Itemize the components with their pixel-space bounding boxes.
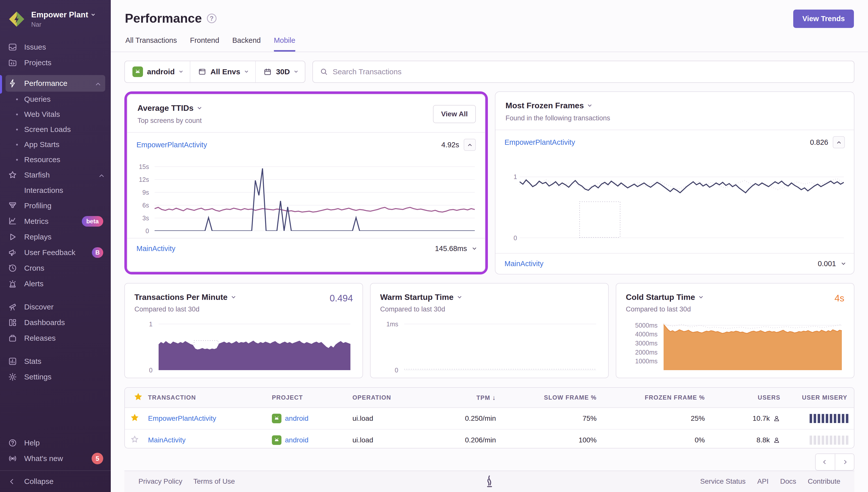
sidebar-item-projects[interactable]: Projects: [0, 55, 111, 71]
docs-link[interactable]: Docs: [780, 477, 796, 486]
siren-icon: [7, 279, 18, 288]
sidebar-item-resources[interactable]: Resources: [0, 152, 111, 167]
col-user-misery[interactable]: USER MISERY: [798, 394, 854, 401]
project-filter[interactable]: android: [125, 61, 190, 82]
table-row: MainActivity android ui.load 0.206/min 1…: [125, 429, 854, 448]
next-page-button[interactable]: [835, 453, 854, 471]
sidebar-item-performance[interactable]: Performance: [5, 75, 105, 92]
broadcast-icon: [7, 454, 18, 463]
replays-icon: [7, 232, 18, 242]
frozen-frames-chart: 10: [519, 154, 854, 253]
performance-icon: [7, 79, 18, 88]
tab-all-transactions[interactable]: All Transactions: [125, 36, 177, 52]
star-toggle[interactable]: [130, 435, 141, 445]
gear-icon: [7, 372, 18, 382]
cold-startup-card: Cold Startup Time Compared to last 30d 4…: [616, 283, 854, 378]
sidebar-item-alerts[interactable]: Alerts: [0, 276, 111, 292]
col-operation[interactable]: OPERATION: [349, 394, 432, 401]
average-ttids-title[interactable]: Average TTIDs: [137, 103, 475, 113]
user-icon: [773, 415, 781, 422]
sidebar-item-settings[interactable]: Settings: [0, 369, 111, 385]
service-status-link[interactable]: Service Status: [700, 477, 746, 486]
sidebar-item-queries[interactable]: Queries: [0, 92, 111, 107]
content-area: android All Envs 30D: [111, 52, 868, 492]
date-range-filter[interactable]: 30D: [255, 61, 305, 82]
privacy-policy-link[interactable]: Privacy Policy: [138, 477, 182, 486]
transaction-link[interactable]: EmpowerPlantActivity: [145, 414, 269, 422]
environment-filter[interactable]: All Envs: [190, 61, 255, 82]
terms-of-use-link[interactable]: Terms of Use: [193, 477, 235, 486]
issues-icon: [7, 43, 18, 52]
sidebar-item-profiling[interactable]: Profiling: [0, 198, 111, 214]
sidebar-item-whats-new[interactable]: What's new 5: [0, 451, 111, 466]
most-frozen-frames-title[interactable]: Most Frozen Frames: [506, 101, 844, 110]
sentry-logo-icon[interactable]: [482, 474, 497, 489]
tpm-chart: 10: [134, 321, 353, 370]
sidebar-item-web-vitals[interactable]: Web Vitals: [0, 107, 111, 122]
contribute-link[interactable]: Contribute: [808, 477, 840, 486]
tab-mobile[interactable]: Mobile: [274, 36, 295, 52]
expand-row-button[interactable]: [473, 247, 476, 250]
sidebar-item-crons[interactable]: Crons: [0, 260, 111, 276]
expand-row-button[interactable]: [842, 262, 845, 265]
bullet-icon: [16, 129, 18, 130]
chevron-down-icon: [699, 295, 703, 299]
chevron-down-icon: [179, 69, 183, 73]
search-box: [312, 61, 854, 83]
warm-startup-title[interactable]: Warm Startup Time: [380, 293, 598, 302]
project-cell[interactable]: android: [269, 435, 349, 445]
transaction-link[interactable]: EmpowerPlantActivity: [505, 138, 575, 147]
sidebar-item-dashboards[interactable]: Dashboards: [0, 315, 111, 330]
tab-frontend[interactable]: Frontend: [190, 36, 219, 52]
sidebar-item-releases[interactable]: Releases: [0, 330, 111, 346]
org-switcher[interactable]: Empower Plant Nar: [0, 6, 111, 31]
col-slow-frame[interactable]: SLOW FRAME %: [540, 394, 601, 401]
col-frozen-frame[interactable]: FROZEN FRAME %: [641, 394, 709, 401]
cold-startup-title[interactable]: Cold Startup Time: [626, 293, 844, 302]
tpm-title[interactable]: Transactions Per Minute: [134, 293, 353, 302]
sidebar-item-replays[interactable]: Replays: [0, 229, 111, 245]
sidebar-item-app-starts[interactable]: App Starts: [0, 137, 111, 152]
col-project[interactable]: PROJECT: [269, 394, 349, 401]
tab-backend[interactable]: Backend: [232, 36, 261, 52]
sidebar-item-discover[interactable]: Discover: [0, 299, 111, 315]
frozen-value: 0.001: [818, 260, 836, 268]
col-tpm[interactable]: TPM ↓: [473, 394, 500, 401]
filter-bar: android All Envs 30D: [124, 61, 854, 83]
transaction-link[interactable]: MainActivity: [136, 245, 176, 253]
search-input[interactable]: [333, 68, 847, 76]
chevron-down-icon: [588, 103, 592, 107]
transaction-link[interactable]: MainActivity: [505, 260, 543, 268]
sidebar-collapse-button[interactable]: Collapse: [0, 470, 111, 492]
sidebar-item-metrics[interactable]: Metrics beta: [0, 214, 111, 229]
chevron-up-icon: [96, 79, 100, 88]
api-link[interactable]: API: [757, 477, 769, 486]
tpm-card: Transactions Per Minute Compared to last…: [124, 283, 363, 378]
sidebar-item-interactions[interactable]: Interactions: [0, 183, 111, 198]
sidebar-item-issues[interactable]: Issues: [0, 39, 111, 55]
sidebar-item-screen-loads[interactable]: Screen Loads: [0, 122, 111, 137]
sort-desc-icon: ↓: [492, 394, 496, 401]
sidebar-item-user-feedback[interactable]: User Feedback B: [0, 245, 111, 260]
android-icon: [272, 435, 281, 445]
telescope-icon: [7, 302, 18, 312]
page-help-icon[interactable]: ?: [207, 14, 216, 23]
transaction-link[interactable]: EmpowerPlantActivity: [136, 141, 207, 149]
collapse-row-button[interactable]: [464, 139, 476, 151]
sidebar-item-starfish[interactable]: Starfish: [0, 167, 111, 183]
most-frozen-frames-subtitle: Found in the following transactions: [506, 114, 844, 122]
col-transaction[interactable]: TRANSACTION: [145, 394, 269, 401]
view-all-button[interactable]: View All: [433, 105, 476, 123]
dashboards-icon: [7, 318, 18, 327]
transaction-link[interactable]: MainActivity: [145, 436, 269, 444]
collapse-row-button[interactable]: [833, 136, 845, 148]
col-users[interactable]: USERS: [754, 394, 785, 401]
star-toggle[interactable]: [130, 414, 141, 423]
frozen-value: 0.826: [810, 138, 828, 147]
sidebar-item-stats[interactable]: Stats: [0, 353, 111, 369]
sidebar-item-help[interactable]: Help: [0, 435, 111, 451]
prev-page-button[interactable]: [815, 453, 835, 471]
project-cell[interactable]: android: [269, 414, 349, 423]
tpm-value: 0.494: [330, 293, 353, 304]
view-trends-button[interactable]: View Trends: [793, 9, 854, 28]
